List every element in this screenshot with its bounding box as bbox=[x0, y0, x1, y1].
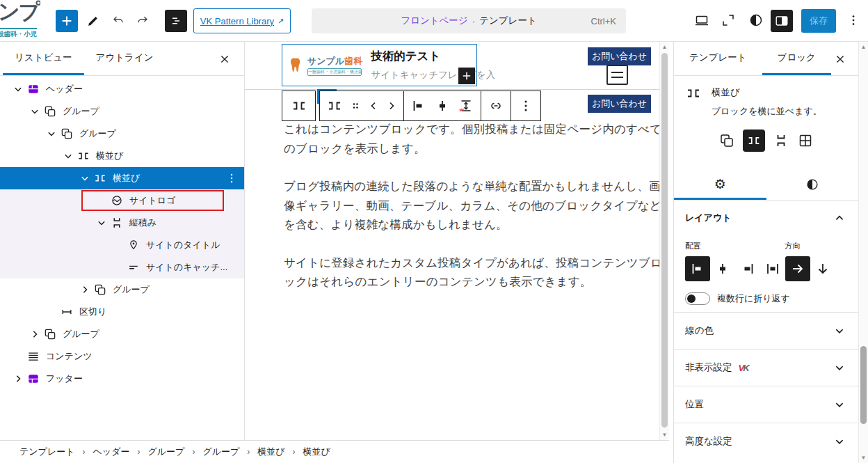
settings-sidebar-toggle-button[interactable] bbox=[771, 10, 793, 32]
list-view-toggle-button[interactable] bbox=[165, 10, 187, 32]
link-button[interactable] bbox=[484, 91, 508, 120]
row-button[interactable] bbox=[323, 91, 346, 120]
listview-item-stack[interactable]: 縦積み bbox=[0, 212, 244, 234]
listview-item-content[interactable]: コンテンツ bbox=[0, 345, 244, 368]
scroll-down-arrow[interactable]: ▼ bbox=[859, 455, 868, 461]
canvas-scrollbar[interactable]: ▲ ▼ bbox=[659, 42, 669, 440]
justify-right-button[interactable] bbox=[735, 256, 760, 281]
listview-item-group[interactable]: グループ bbox=[0, 123, 244, 145]
breadcrumb-item[interactable]: 横並び bbox=[303, 446, 330, 458]
transform-to-stack-button[interactable] bbox=[773, 132, 789, 149]
mobile-menu-button[interactable] bbox=[606, 65, 628, 85]
transform-to-row-button[interactable] bbox=[743, 130, 765, 152]
redo-button[interactable] bbox=[133, 11, 152, 31]
listview-item-group[interactable]: グループ bbox=[0, 323, 244, 345]
block-inserter-button[interactable] bbox=[56, 10, 78, 32]
listview-item-site-tagline[interactable]: サイトのキャッチ... bbox=[0, 256, 244, 278]
styles-tab[interactable] bbox=[766, 171, 859, 200]
scroll-down-arrow[interactable]: ▼ bbox=[660, 432, 669, 438]
list-view-tab[interactable]: リストビュー bbox=[3, 42, 84, 75]
contact-button[interactable]: お問い合わせ bbox=[588, 95, 651, 113]
breadcrumb-item[interactable]: グループ bbox=[147, 446, 184, 458]
transform-to-grid-button[interactable] bbox=[797, 132, 814, 149]
sidebar-tab[interactable]: テンプレート bbox=[674, 42, 762, 75]
device-preview-button[interactable] bbox=[693, 11, 711, 29]
scroll-up-arrow[interactable]: ▲ bbox=[859, 44, 868, 50]
undo-button[interactable] bbox=[108, 11, 128, 31]
orientation-arrow-down-button[interactable] bbox=[810, 256, 835, 281]
contact-button[interactable]: お問い合わせ bbox=[588, 47, 651, 65]
fullscreen-button[interactable] bbox=[719, 11, 737, 29]
expander-down-icon[interactable] bbox=[26, 104, 43, 118]
post-content[interactable]: これはコンテンツブロックです。個別投稿または固定ページ内のすべてのブロックを表示… bbox=[284, 120, 665, 311]
options-icon[interactable] bbox=[225, 171, 239, 185]
section-非表示設定[interactable]: 非表示設定VK bbox=[674, 349, 858, 386]
transform-to-group-button[interactable] bbox=[718, 132, 735, 149]
options-button[interactable] bbox=[514, 91, 538, 120]
expander-down-icon[interactable] bbox=[77, 171, 93, 185]
sidebar-scrollbar[interactable]: ▲ ▼ bbox=[858, 42, 868, 463]
listview-item-site-title[interactable]: サイトのタイトル bbox=[0, 234, 244, 256]
more-options-button[interactable] bbox=[844, 11, 862, 29]
site-logo-image[interactable]: サンプル歯科 一般歯科・小児歯科・矯正歯科 bbox=[287, 55, 362, 76]
expander-down-icon[interactable] bbox=[93, 216, 110, 230]
listview-item-group[interactable]: グループ bbox=[0, 100, 244, 123]
drag-handle-button[interactable] bbox=[346, 91, 364, 120]
expander-down-icon[interactable] bbox=[10, 82, 26, 96]
justify-left-button[interactable] bbox=[407, 91, 431, 120]
breadcrumb-item[interactable]: グループ bbox=[202, 446, 239, 458]
listview-item-row[interactable]: 横並び bbox=[0, 167, 244, 189]
move-next-button[interactable] bbox=[383, 91, 401, 120]
section-線の色[interactable]: 線の色 bbox=[674, 312, 858, 349]
expander-down-icon[interactable] bbox=[43, 127, 60, 141]
close-settings-button[interactable] bbox=[832, 51, 849, 68]
listview-item-group[interactable]: グループ bbox=[0, 278, 244, 301]
list-view-icon bbox=[168, 13, 184, 29]
align-center-vertical-button[interactable] bbox=[710, 256, 735, 281]
styles-button[interactable] bbox=[747, 11, 765, 29]
expander-down-icon[interactable] bbox=[60, 149, 77, 163]
expander-right-icon[interactable] bbox=[26, 327, 43, 341]
close-list-view-button[interactable] bbox=[216, 51, 233, 68]
list-view-tab[interactable]: アウトライン bbox=[84, 42, 166, 75]
save-button[interactable]: 保存 bbox=[801, 9, 836, 33]
listview-item-separator[interactable]: 区切り bbox=[0, 301, 244, 323]
paragraph-block[interactable]: これはコンテンツブロックです。個別投稿または固定ページ内のすべてのブロックを表示… bbox=[284, 120, 665, 158]
scrollbar-thumb[interactable] bbox=[661, 53, 668, 427]
block-height-button[interactable]: w bbox=[454, 91, 478, 120]
breadcrumb-item[interactable]: 横並び bbox=[257, 446, 284, 458]
scrollbar-thumb[interactable] bbox=[860, 346, 867, 424]
section-高度な設定[interactable]: 高度な設定 bbox=[674, 423, 858, 460]
edit-tool-button[interactable] bbox=[83, 11, 103, 31]
paragraph-block[interactable]: サイトに登録されたカスタム投稿タイプがあれば、投稿コンテンツブロックはそれらのエ… bbox=[284, 253, 665, 292]
content-icon bbox=[26, 350, 40, 363]
site-icon[interactable]: ンプ 般歯科・小児 bbox=[0, 0, 40, 40]
inline-inserter-button[interactable] bbox=[458, 68, 475, 84]
move-previous-button[interactable] bbox=[364, 91, 383, 120]
document-title-bar[interactable]: フロントページ · テンプレート Ctrl+K bbox=[312, 8, 626, 33]
sidebar-tab[interactable]: ブロック bbox=[762, 42, 831, 75]
wrap-toggle[interactable] bbox=[685, 292, 710, 305]
select-parent-row-button[interactable] bbox=[282, 91, 316, 121]
breadcrumb-item[interactable]: テンプレート bbox=[19, 446, 75, 458]
settings-tab[interactable]: ⚙ bbox=[674, 171, 766, 200]
paragraph-block[interactable]: ブログ投稿内の連続した段落のような単純な配置かもしれませんし、画像ギャラリー、動… bbox=[284, 177, 665, 235]
vk-pattern-library-button[interactable]: VK Pattern Library ↗ bbox=[193, 8, 291, 33]
expander-right-icon[interactable] bbox=[10, 372, 26, 386]
breadcrumb-item[interactable]: ヘッダー bbox=[93, 446, 130, 458]
selected-header-block[interactable]: サンプル歯科 一般歯科・小児歯科・矯正歯科 技術的テスト サイトキャッチフレーズ… bbox=[282, 44, 477, 86]
align-center-vertical-button[interactable] bbox=[431, 91, 454, 120]
listview-item-site-logo[interactable]: サイトロゴ bbox=[0, 189, 244, 212]
justify-left-button[interactable] bbox=[685, 256, 710, 281]
section-位置[interactable]: 位置 bbox=[674, 386, 858, 423]
space-between-button[interactable] bbox=[760, 256, 785, 281]
expander-right-icon[interactable] bbox=[77, 283, 93, 297]
listview-item-footer[interactable]: フッター bbox=[0, 368, 244, 390]
listview-item-row[interactable]: 横並び bbox=[0, 145, 244, 167]
listview-item-header[interactable]: ヘッダー bbox=[0, 78, 244, 100]
orientation-arrow-right-button[interactable] bbox=[785, 256, 810, 281]
layout-section-header[interactable]: レイアウト bbox=[685, 209, 847, 227]
site-tagline-placeholder[interactable]: サイトキャッチフレーズを入 bbox=[371, 69, 495, 81]
scroll-up-arrow[interactable]: ▲ bbox=[660, 44, 669, 50]
site-title-text[interactable]: 技術的テスト bbox=[371, 49, 495, 64]
